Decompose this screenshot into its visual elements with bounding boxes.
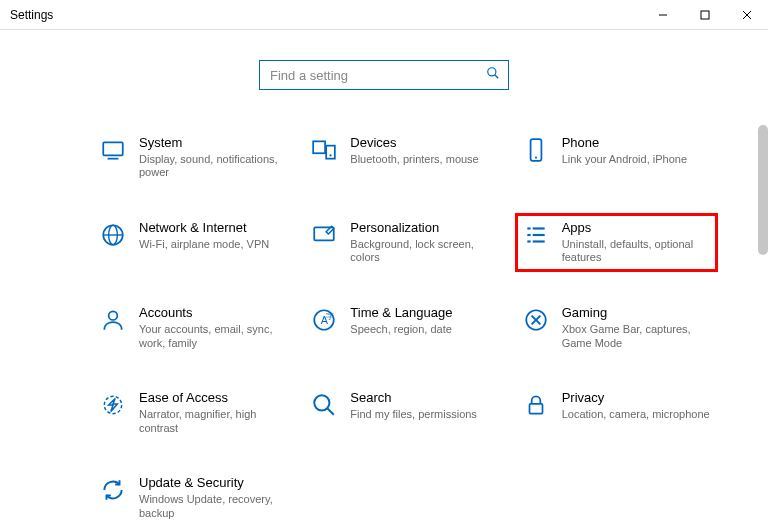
tile-desc: Find my files, permissions [350, 408, 499, 422]
tile-desc: Windows Update, recovery, backup [139, 493, 288, 521]
tile-title: System [139, 135, 288, 151]
tile-desc: Xbox Game Bar, captures, Game Mode [562, 323, 711, 351]
tile-text: Ease of AccessNarrator, magnifier, high … [139, 390, 288, 435]
tile-text: DevicesBluetooth, printers, mouse [350, 135, 499, 166]
accounts-icon [99, 305, 127, 333]
gaming-icon [522, 305, 550, 333]
tile-devices[interactable]: DevicesBluetooth, printers, mouse [303, 128, 506, 187]
window-controls [642, 0, 768, 29]
minimize-button[interactable] [642, 0, 684, 29]
devices-icon [310, 135, 338, 163]
tile-desc: Link your Android, iPhone [562, 153, 711, 167]
search-box[interactable] [259, 60, 509, 90]
tile-phone[interactable]: PhoneLink your Android, iPhone [515, 128, 718, 187]
tile-text: PersonalizationBackground, lock screen, … [350, 220, 499, 265]
tile-desc: Display, sound, notifications, power [139, 153, 288, 181]
time-language-icon [310, 305, 338, 333]
system-icon [99, 135, 127, 163]
tile-title: Devices [350, 135, 499, 151]
tile-title: Accounts [139, 305, 288, 321]
tile-title: Privacy [562, 390, 711, 406]
tile-update-security[interactable]: Update & SecurityWindows Update, recover… [92, 468, 295, 525]
tile-title: Update & Security [139, 475, 288, 491]
tile-text: SearchFind my files, permissions [350, 390, 499, 421]
tile-search[interactable]: SearchFind my files, permissions [303, 383, 506, 442]
tile-title: Personalization [350, 220, 499, 236]
tile-time-language[interactable]: Time & LanguageSpeech, region, date [303, 298, 506, 357]
tile-apps[interactable]: AppsUninstall, defaults, optional featur… [515, 213, 718, 272]
tile-desc: Narrator, magnifier, high contrast [139, 408, 288, 436]
tile-desc: Speech, region, date [350, 323, 499, 337]
tile-title: Search [350, 390, 499, 406]
tile-desc: Uninstall, defaults, optional features [562, 238, 711, 266]
tile-text: Network & InternetWi-Fi, airplane mode, … [139, 220, 288, 251]
tile-text: AppsUninstall, defaults, optional featur… [562, 220, 711, 265]
privacy-icon [522, 390, 550, 418]
ease-of-access-icon [99, 390, 127, 418]
tile-text: AccountsYour accounts, email, sync, work… [139, 305, 288, 350]
content-area: SystemDisplay, sound, notifications, pow… [0, 30, 768, 525]
tile-title: Ease of Access [139, 390, 288, 406]
phone-icon [522, 135, 550, 163]
tile-title: Network & Internet [139, 220, 288, 236]
personalization-icon [310, 220, 338, 248]
close-icon [742, 10, 752, 20]
tile-text: SystemDisplay, sound, notifications, pow… [139, 135, 288, 180]
search-icon [310, 390, 338, 418]
tile-text: PrivacyLocation, camera, microphone [562, 390, 711, 421]
search-input[interactable] [268, 67, 486, 84]
tile-title: Phone [562, 135, 711, 151]
tile-privacy[interactable]: PrivacyLocation, camera, microphone [515, 383, 718, 442]
tile-text: PhoneLink your Android, iPhone [562, 135, 711, 166]
tile-accounts[interactable]: AccountsYour accounts, email, sync, work… [92, 298, 295, 357]
minimize-icon [658, 10, 668, 20]
svg-rect-1 [701, 11, 709, 19]
close-button[interactable] [726, 0, 768, 29]
maximize-button[interactable] [684, 0, 726, 29]
search-row [0, 30, 768, 110]
tile-desc: Bluetooth, printers, mouse [350, 153, 499, 167]
scrollbar[interactable] [758, 125, 768, 255]
tile-system[interactable]: SystemDisplay, sound, notifications, pow… [92, 128, 295, 187]
tile-text: GamingXbox Game Bar, captures, Game Mode [562, 305, 711, 350]
tile-desc: Background, lock screen, colors [350, 238, 499, 266]
tile-network-internet[interactable]: Network & InternetWi-Fi, airplane mode, … [92, 213, 295, 272]
tile-title: Gaming [562, 305, 711, 321]
update-security-icon [99, 475, 127, 503]
maximize-icon [700, 10, 710, 20]
tile-desc: Wi-Fi, airplane mode, VPN [139, 238, 288, 252]
tile-text: Update & SecurityWindows Update, recover… [139, 475, 288, 520]
settings-grid: SystemDisplay, sound, notifications, pow… [0, 110, 768, 525]
titlebar: Settings [0, 0, 768, 30]
window-title: Settings [10, 8, 53, 22]
tile-desc: Location, camera, microphone [562, 408, 711, 422]
apps-icon [522, 220, 550, 248]
tile-ease-of-access[interactable]: Ease of AccessNarrator, magnifier, high … [92, 383, 295, 442]
tile-title: Time & Language [350, 305, 499, 321]
svg-point-4 [488, 68, 496, 76]
tile-text: Time & LanguageSpeech, region, date [350, 305, 499, 336]
tile-desc: Your accounts, email, sync, work, family [139, 323, 288, 351]
svg-line-5 [495, 75, 499, 79]
search-icon [486, 66, 500, 84]
network-icon [99, 220, 127, 248]
tile-gaming[interactable]: GamingXbox Game Bar, captures, Game Mode [515, 298, 718, 357]
tile-title: Apps [562, 220, 711, 236]
tile-personalization[interactable]: PersonalizationBackground, lock screen, … [303, 213, 506, 272]
